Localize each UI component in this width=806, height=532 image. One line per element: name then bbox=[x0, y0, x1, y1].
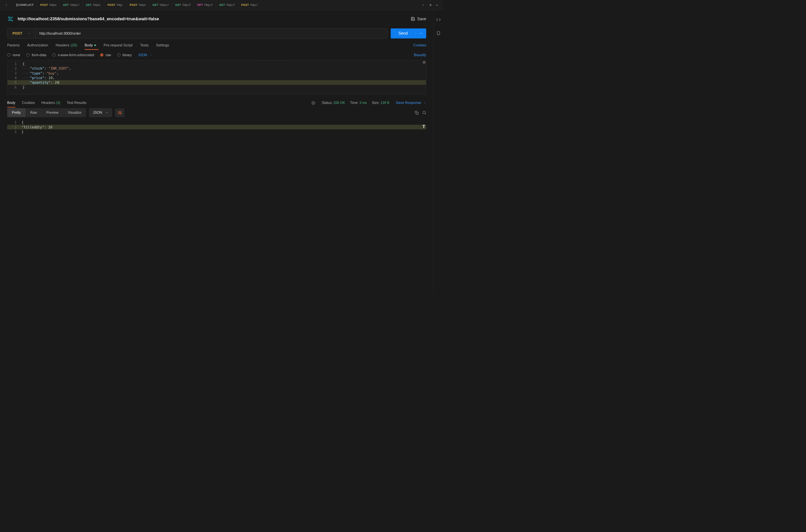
save-label: Save bbox=[417, 17, 426, 21]
radio-icon bbox=[26, 53, 30, 57]
wrap-lines-button[interactable] bbox=[115, 109, 125, 117]
send-button[interactable]: Send bbox=[391, 28, 426, 39]
tab-label: https: bbox=[93, 3, 101, 7]
request-tabs: Params Authorization Headers (20) Body P… bbox=[7, 43, 426, 48]
tab-9[interactable]: POSThttp:/ bbox=[238, 0, 261, 10]
tab-method: POST bbox=[108, 3, 115, 6]
main-panel: http://localhost:2358/submissions?base64… bbox=[0, 10, 433, 293]
copy-icon[interactable] bbox=[415, 111, 419, 115]
tab-params[interactable]: Params bbox=[7, 43, 20, 48]
body-lang-select[interactable]: JSON bbox=[138, 53, 152, 57]
line-number: 1 bbox=[7, 62, 22, 66]
tab-settings[interactable]: Settings bbox=[156, 43, 169, 48]
tab-7[interactable]: OPThttp:// bbox=[194, 0, 216, 10]
globe-icon[interactable] bbox=[312, 101, 315, 105]
save-response-button[interactable]: Save Response bbox=[396, 101, 426, 105]
tab-0[interactable]: POSThttps bbox=[37, 0, 60, 10]
radio-binary[interactable]: binary bbox=[117, 53, 132, 57]
tab-method: POST bbox=[241, 3, 249, 6]
response-body-editor[interactable]: 1{ 2 "filledQty": 20 3} T bbox=[7, 119, 426, 292]
request-body-editor[interactable]: 1{ 2····"stock":·"INR_USDT", 3····"type"… bbox=[7, 60, 426, 94]
resp-tab-body[interactable]: Body bbox=[7, 101, 15, 105]
svg-rect-2 bbox=[437, 31, 440, 35]
radio-form-data[interactable]: form-data bbox=[26, 53, 46, 57]
code-icon[interactable] bbox=[436, 17, 441, 22]
method-select[interactable]: POST bbox=[7, 28, 36, 38]
tab-2[interactable]: GEThttps: bbox=[83, 0, 105, 10]
radio-raw[interactable]: raw bbox=[100, 53, 111, 57]
chevron-down-icon bbox=[150, 54, 153, 57]
response-lang-label: JSON bbox=[93, 111, 102, 115]
tabs-scroll-right-icon[interactable] bbox=[421, 3, 425, 7]
new-tab-button[interactable] bbox=[429, 3, 432, 7]
beautify-link[interactable]: Beautify bbox=[414, 53, 426, 57]
tab-method: GET bbox=[86, 3, 92, 6]
svg-rect-7 bbox=[416, 112, 418, 114]
body-lang-label: JSON bbox=[138, 53, 147, 57]
tab-overflow-icon[interactable]: •• bbox=[436, 4, 438, 6]
tab-label: https:/ bbox=[160, 3, 169, 7]
document-icon[interactable] bbox=[436, 31, 441, 35]
tab-1[interactable]: GEThttps:/ bbox=[60, 0, 83, 10]
request-box: POST bbox=[7, 28, 387, 39]
save-icon bbox=[411, 17, 415, 21]
modified-dot-icon bbox=[94, 44, 96, 46]
time-value: 3 ms bbox=[359, 101, 367, 105]
tab-method: GET bbox=[63, 3, 69, 6]
tab-authorization[interactable]: Authorization bbox=[27, 43, 48, 48]
tab-label: http:// bbox=[226, 3, 235, 7]
tab-label: http:// bbox=[205, 3, 213, 7]
radio-none[interactable]: none bbox=[7, 53, 20, 57]
line-number: 4 bbox=[7, 76, 22, 80]
tab-6[interactable]: GEThttp:// bbox=[172, 0, 194, 10]
cookies-link[interactable]: Cookies bbox=[413, 43, 426, 48]
radio-icon bbox=[52, 53, 56, 57]
response-minimap-char: T bbox=[422, 124, 425, 129]
radio-x-www-form[interactable]: x-www-form-urlencoded bbox=[52, 53, 94, 57]
view-preview[interactable]: Preview bbox=[41, 108, 63, 117]
radio-label: none bbox=[13, 53, 20, 57]
tab-3[interactable]: POSThttp: bbox=[104, 0, 127, 10]
view-raw[interactable]: Raw bbox=[25, 108, 42, 117]
resp-headers-label: Headers bbox=[41, 101, 55, 105]
tab-prerequest[interactable]: Pre-request Script bbox=[104, 43, 133, 48]
radio-icon bbox=[117, 53, 120, 57]
editor-minimap bbox=[423, 61, 426, 64]
response-lang-select[interactable]: JSON bbox=[89, 108, 112, 117]
tab-8[interactable]: GEThttp:// bbox=[216, 0, 238, 10]
tab-method: GET bbox=[219, 3, 225, 6]
tab-tests[interactable]: Tests bbox=[140, 43, 149, 48]
line-number: 3 bbox=[7, 130, 22, 134]
resp-tab-cookies[interactable]: Cookies bbox=[22, 101, 35, 105]
tab-4[interactable]: POSThttps bbox=[127, 0, 149, 10]
send-dropdown[interactable] bbox=[416, 32, 426, 35]
title-row: http://localhost:2358/submissions?base64… bbox=[7, 15, 426, 22]
resp-tab-tests[interactable]: Test Results bbox=[67, 101, 86, 105]
line-number: 3 bbox=[7, 71, 22, 75]
resp-tab-headers[interactable]: Headers (3) bbox=[41, 101, 60, 105]
request-row: POST Send bbox=[7, 28, 426, 39]
tab-label: https bbox=[139, 3, 146, 7]
save-response-label: Save Response bbox=[396, 101, 421, 105]
body-type-row: none form-data x-www-form-urlencoded raw… bbox=[7, 53, 426, 57]
url-input[interactable] bbox=[36, 28, 387, 38]
tab-conflict[interactable]: [CONFLICT bbox=[11, 0, 37, 10]
request-title: http://localhost:2358/submissions?base64… bbox=[18, 16, 159, 21]
view-pretty[interactable]: Pretty bbox=[7, 108, 25, 117]
line-number: 6 bbox=[7, 85, 22, 89]
tab-label: http:// bbox=[182, 3, 190, 7]
tab-headers[interactable]: Headers (20) bbox=[56, 43, 77, 48]
save-button[interactable]: Save bbox=[411, 17, 426, 21]
view-visualize[interactable]: Visualize bbox=[63, 108, 86, 117]
tab-end-controls: •• bbox=[418, 3, 441, 7]
response-meta: Status: 200 OK Time: 3 ms Size: 139 B bbox=[322, 101, 389, 105]
tab-5[interactable]: GEThttps:/ bbox=[149, 0, 172, 10]
tab-body[interactable]: Body bbox=[85, 43, 96, 48]
http-icon bbox=[7, 15, 14, 22]
tab-body-label: Body bbox=[85, 43, 93, 48]
tab-label: http:/ bbox=[250, 3, 258, 7]
send-label: Send bbox=[391, 31, 416, 36]
nav-back-button[interactable] bbox=[2, 1, 11, 8]
svg-line-9 bbox=[425, 113, 426, 114]
search-icon[interactable] bbox=[422, 111, 426, 115]
